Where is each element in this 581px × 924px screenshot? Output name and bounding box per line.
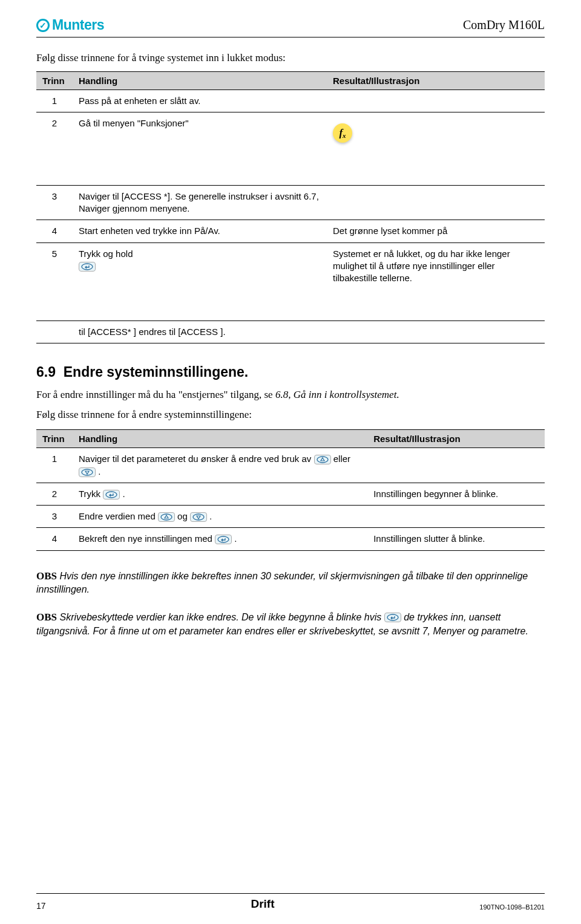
- table-row: 3 Endre verdien med og .: [36, 506, 545, 528]
- table-row: 2 Gå til menyen "Funksjoner" fx: [36, 112, 545, 154]
- table-gap: [36, 289, 545, 320]
- page-header: ✓ Munters ComDry M160L: [36, 17, 545, 33]
- brand-name: Munters: [52, 17, 104, 33]
- table-gap: [36, 154, 545, 185]
- down-button-icon: [190, 512, 207, 522]
- page-footer: 17 Drift 190TNO-1098–B1201: [36, 893, 545, 911]
- fx-icon: fx: [333, 123, 352, 143]
- logo-mark-icon: ✓: [36, 19, 50, 32]
- document-model: ComDry M160L: [463, 18, 545, 32]
- steps-table-1: Trinn Handling Resultat/Illustrasjon 1 P…: [36, 71, 545, 343]
- col-action: Handling: [73, 430, 367, 448]
- svg-point-0: [82, 264, 93, 270]
- obs-note-1: OBS Hvis den nye innstillingen ikke bekr…: [36, 569, 545, 597]
- col-action: Handling: [73, 72, 327, 90]
- table-row: 1 Naviger til det parameteret du ønsker …: [36, 448, 545, 483]
- col-result: Resultat/Illustrasjon: [327, 72, 545, 90]
- table-row: 1 Pass på at enheten er slått av.: [36, 90, 545, 112]
- page-number: 17: [36, 901, 46, 911]
- svg-point-7: [387, 614, 398, 620]
- up-button-icon: [314, 455, 331, 464]
- col-step: Trinn: [36, 72, 73, 90]
- svg-point-3: [106, 492, 117, 498]
- table-row: 4 Bekreft den nye innstillingen med . In…: [36, 528, 545, 550]
- enter-button-icon: [384, 613, 401, 622]
- steps-table-2: Trinn Handling Resultat/Illustrasjon 1 N…: [36, 429, 545, 550]
- enter-button-icon: [103, 490, 120, 499]
- table-row: 5 Trykk og hold Systemet er nå lukket, o…: [36, 242, 545, 289]
- footer-docnum: 190TNO-1098–B1201: [479, 903, 545, 911]
- section-heading: 6.9 Endre systeminnstillingene.: [36, 364, 545, 380]
- paragraph: For å endre innstillinger må du ha "enst…: [36, 388, 545, 403]
- col-step: Trinn: [36, 430, 73, 448]
- table-row: til [ACCESS* ] endres til [ACCESS ].: [36, 320, 545, 343]
- enter-button-icon: [79, 262, 96, 272]
- table-row: 2 Trykk . Innstillingen begynner å blink…: [36, 483, 545, 505]
- up-button-icon: [158, 512, 175, 522]
- header-rule: [36, 37, 545, 37]
- col-result: Resultat/Illustrasjon: [367, 430, 545, 448]
- table-row: 3 Naviger til [ACCESS *]. Se generelle i…: [36, 185, 545, 220]
- paragraph: Følg disse trinnene for å endre systemin…: [36, 408, 545, 423]
- obs-note-2: OBS Skrivebeskyttede verdier kan ikke en…: [36, 610, 545, 638]
- intro-text-1: Følg disse trinnene for å tvinge systeme…: [36, 52, 545, 64]
- table-row: 4 Start enheten ved trykke inn På/Av. De…: [36, 220, 545, 242]
- enter-button-icon: [215, 535, 232, 544]
- down-button-icon: [79, 467, 96, 477]
- brand-logo: ✓ Munters: [36, 17, 104, 33]
- svg-point-6: [218, 536, 229, 542]
- footer-title: Drift: [251, 897, 274, 911]
